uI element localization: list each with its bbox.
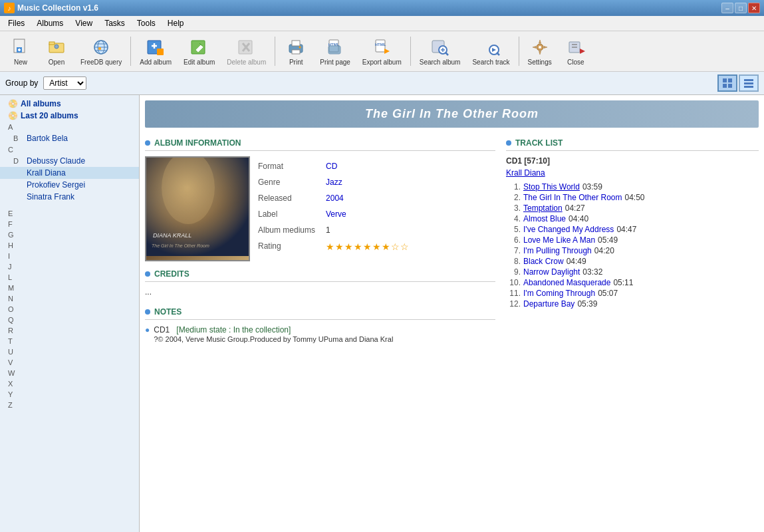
letter-D: D (13, 157, 24, 165)
tracklist-header: TRACK LIST (506, 138, 759, 151)
last-20-icon: 📀 (8, 111, 18, 120)
track-6-duration: 05:49 (598, 235, 618, 245)
track-7: 7. I'm Pulling Through 04:20 (506, 245, 759, 256)
credits-section: CREDITS ... (145, 269, 495, 299)
track-3-name[interactable]: Temptation (523, 203, 563, 213)
groupby-select[interactable]: Artist Album Genre Year (43, 76, 86, 90)
notes-section: NOTES ● CD1 [Medium state : In the colle… (145, 307, 495, 344)
letter-M: M (0, 283, 139, 293)
track-5: 5. I've Changed My Address 04:47 (506, 224, 759, 235)
title-bar: ♪ Music Collection v1.6 – □ ✕ (0, 0, 764, 16)
album-header: The Girl In The Other Room (145, 100, 759, 128)
album-info-title: ALBUM INFORMATION (154, 138, 241, 148)
new-button[interactable]: New (4, 34, 37, 68)
print-page-icon: HTML (324, 37, 346, 58)
add-album-button[interactable]: Add album (135, 34, 176, 68)
track-4: 4. Almost Blue 04:40 (506, 213, 759, 224)
album-info-header: ALBUM INFORMATION (145, 138, 495, 151)
track-10: 10. Abandoned Masquerade 05:11 (506, 277, 759, 288)
track-1-name[interactable]: Stop This World (523, 182, 580, 192)
sidebar-item-krall[interactable]: Krall Diana (0, 167, 139, 179)
maximize-button[interactable]: □ (735, 3, 747, 13)
svg-rect-24 (292, 50, 300, 54)
sidebar-item-debussy[interactable]: D Debussy Claude (0, 155, 139, 167)
edit-album-button[interactable]: Edit album (179, 34, 219, 68)
sidebar-item-bartok[interactable]: B Bartok Bela (0, 132, 139, 144)
sidebar-item-last-20[interactable]: 📀 Last 20 albums (0, 110, 139, 122)
cd-artist[interactable]: Krall Diana (506, 168, 545, 178)
toolbar-sep-4 (519, 37, 519, 66)
track-4-name: Almost Blue (523, 214, 566, 223)
format-label: Format (258, 162, 315, 171)
menu-view[interactable]: View (70, 17, 98, 29)
add-album-label: Add album (140, 59, 172, 66)
all-albums-icon: 📀 (8, 99, 18, 108)
track-5-num: 5. (506, 225, 521, 234)
delete-album-button[interactable]: Delete album (222, 34, 271, 68)
notes-title: NOTES (154, 307, 182, 317)
minimize-button[interactable]: – (721, 3, 733, 13)
tracklist-dot (506, 140, 511, 146)
track-7-name: I'm Pulling Through (523, 246, 592, 255)
letter-J: J (0, 261, 139, 272)
freedb-button[interactable]: FreeDB query (76, 34, 126, 68)
menu-files[interactable]: Files (3, 17, 30, 29)
svg-rect-50 (744, 79, 753, 81)
list-view-button[interactable] (739, 74, 759, 92)
track-11-num: 11. (506, 289, 521, 298)
svg-rect-28 (328, 46, 340, 54)
letter-N: N (0, 293, 139, 304)
grid-view-button[interactable] (717, 74, 737, 92)
artist-prokofiev: Prokofiev Sergei (27, 180, 85, 190)
track-8: 8. Black Crow 04:49 (506, 256, 759, 267)
released-label: Released (258, 194, 315, 203)
sidebar-item-all-albums[interactable]: 📀 All albums (0, 98, 139, 110)
track-4-num: 4. (506, 214, 521, 223)
close-label: Close (567, 59, 584, 66)
track-6: 6. Love Me Like A Man 05:49 (506, 235, 759, 245)
letter-B: B (13, 134, 24, 142)
track-1-num: 1. (506, 182, 521, 192)
last-20-label: Last 20 albums (21, 111, 78, 120)
settings-button[interactable]: Settings (523, 34, 557, 68)
menu-tools[interactable]: Tools (132, 17, 161, 29)
sidebar-item-sinatra[interactable]: Sinatra Frank (0, 191, 139, 203)
menu-tasks[interactable]: Tasks (99, 17, 130, 29)
letter-H: H (0, 240, 139, 251)
track-6-num: 6. (506, 235, 521, 245)
menu-help[interactable]: Help (162, 17, 190, 29)
letter-F: F (0, 219, 139, 229)
menu-bar: Files Albums View Tasks Tools Help (0, 16, 764, 31)
svg-rect-51 (744, 82, 753, 84)
cd-artist-line: Krall Diana (506, 168, 759, 178)
search-track-button[interactable]: Search track (467, 34, 514, 68)
print-label: Print (289, 59, 303, 66)
track-6-name: Love Me Like A Man (523, 235, 595, 245)
letter-W: W (0, 368, 139, 378)
svg-text:HTML: HTML (375, 43, 386, 47)
print-page-label: Print page (320, 59, 350, 66)
search-album-button[interactable]: Search album (415, 34, 465, 68)
close-collection-button[interactable]: Close (559, 34, 592, 68)
note-state: [Medium state : In the collection] (176, 325, 291, 334)
print-button[interactable]: Print (279, 34, 313, 68)
menu-albums[interactable]: Albums (31, 17, 68, 29)
export-album-button[interactable]: HTML Export album (358, 34, 406, 68)
open-button[interactable]: Open (40, 34, 73, 68)
print-page-button[interactable]: HTML Print page (315, 34, 355, 68)
export-album-label: Export album (362, 59, 402, 66)
album-info-dot (145, 140, 150, 146)
album-cover-art: DIANA KRALL The Girl In The Other Room (146, 158, 249, 260)
close-button[interactable]: ✕ (748, 3, 760, 13)
track-10-name: Abandoned Masquerade (523, 278, 610, 287)
track-2-duration: 04:50 (625, 193, 645, 202)
all-albums-label: All albums (21, 99, 61, 108)
new-icon (10, 37, 31, 58)
sidebar-item-prokofiev[interactable]: Prokofiev Sergei (0, 179, 139, 191)
track-9-duration: 03:32 (582, 267, 602, 277)
track-4-duration: 04:40 (569, 214, 588, 223)
open-label: Open (49, 59, 64, 66)
track-9-num: 9. (506, 267, 521, 277)
track-7-num: 7. (506, 246, 521, 255)
search-track-label: Search track (472, 59, 509, 66)
